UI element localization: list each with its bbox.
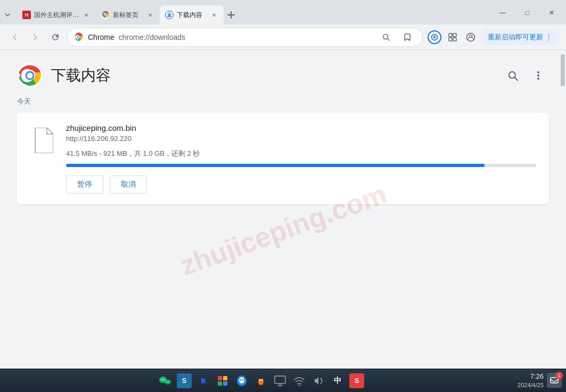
input-method-label: 中 [334,376,341,386]
tab3-close-btn[interactable]: ✕ [210,11,218,19]
download-progress-circle [428,30,441,44]
tab-downloads[interactable]: 下载内容 ✕ [160,5,224,24]
titlebar: H 国外主机测评… ✕ 新标签页 ✕ [0,0,566,24]
back-button[interactable] [6,29,23,46]
address-bar[interactable]: Chrome chrome://downloads [67,28,423,47]
svg-point-25 [537,74,539,77]
tab-expand-btn[interactable] [0,7,15,22]
taskbar-notification-button[interactable]: 1 [547,373,562,388]
svg-line-11 [388,38,390,40]
page-title-area: 下载内容 [17,63,111,88]
update-browser-button[interactable]: 重新启动即可更新 ⋮ [480,29,560,45]
scrollbar-thumb[interactable] [561,54,565,86]
sogou-label: S [182,377,187,385]
taskbar-bluetooth-icon[interactable] [196,373,211,388]
page-header: 下载内容 [0,50,566,97]
svg-rect-16 [453,38,456,41]
tab3-title: 下载内容 [177,11,207,20]
maximize-button[interactable]: □ [515,4,539,21]
taskbar-date-text: 2024/4/25 [518,381,544,389]
svg-rect-45 [275,376,285,383]
more-options-button[interactable] [528,65,549,86]
cancel-button[interactable]: 取消 [110,176,147,194]
chrome-logo-icon [74,32,84,42]
tab1-close-btn[interactable]: ✕ [82,11,91,19]
svg-point-32 [168,381,169,382]
svg-line-23 [515,78,518,81]
svg-point-28 [161,379,163,380]
new-tab-button[interactable] [224,7,239,22]
search-downloads-button[interactable] [502,65,523,86]
taskbar-qq-icon[interactable] [234,373,249,388]
taskbar-icons: S 中 [4,373,518,388]
progress-bar-fill [66,164,485,167]
tab-foreign-host[interactable]: H 国外主机测评… ✕ [17,5,96,24]
profile-button[interactable] [462,29,479,46]
tab-newtab[interactable]: 新标签页 ✕ [96,5,160,24]
toolbar: Chrome chrome://downloads 重新 [0,24,566,50]
tab2-title: 新标签页 [113,11,143,20]
svg-rect-36 [223,381,227,386]
download-filename: zhujiceping.com.bin [66,123,536,132]
taskbar-sogou-icon[interactable]: S [177,373,192,388]
svg-point-24 [537,71,539,73]
address-site-name: Chrome [88,33,114,41]
taskbar-volume-icon[interactable] [311,373,326,388]
svg-rect-13 [449,34,452,37]
page-body: zhujiceping.com 今天 zhujiceping.com.bin h… [0,97,566,369]
taskbar-penguin-icon[interactable] [253,373,268,388]
svg-rect-33 [218,376,222,380]
taskbar-monitor-icon[interactable] [273,373,288,388]
sogou2-label: S [355,377,359,385]
window-controls: — □ ✕ [490,4,566,24]
taskbar-time-text: 7:26 [518,372,544,381]
download-status: 41.5 MB/s - 921 MB，共 1.0 GB，还剩 2 秒 [66,149,536,159]
svg-point-48 [299,385,300,386]
page-content: 下载内容 zhujiceping.com 今天 [0,50,566,369]
chrome-logo-large [17,63,43,88]
minimize-button[interactable]: — [490,4,515,21]
taskbar-wechat-icon[interactable] [158,373,173,388]
page-title: 下载内容 [51,65,111,86]
extensions-button[interactable] [444,29,461,46]
tab1-favicon: H [22,11,31,19]
svg-point-21 [27,73,33,79]
tab3-favicon [165,11,174,19]
tab1-title: 国外主机测评… [34,11,79,20]
today-label: 今天 [17,97,549,106]
taskbar-wifi-icon[interactable] [292,373,307,388]
taskbar-color-icon[interactable] [215,373,230,388]
download-card: zhujiceping.com.bin http://116.206.92.22… [17,113,549,204]
tab2-close-btn[interactable]: ✕ [146,11,154,19]
bookmark-button[interactable] [399,29,416,46]
taskbar-input-method-icon[interactable]: 中 [330,373,345,388]
progress-bar-container [66,164,536,167]
taskbar-datetime: 7:26 2024/4/25 [518,372,544,390]
notification-badge: 1 [555,372,563,379]
pause-button[interactable]: 暂停 [66,176,103,194]
svg-point-40 [242,379,244,380]
download-info: zhujiceping.com.bin http://116.206.92.22… [66,123,536,194]
svg-point-44 [261,379,263,380]
update-btn-label: 重新启动即可更新 [488,32,543,42]
svg-point-29 [163,379,165,380]
svg-point-43 [259,379,260,380]
refresh-button[interactable] [47,29,64,46]
menu-more-icon: ⋮ [545,33,552,41]
svg-point-38 [239,377,244,383]
download-actions: 暂停 取消 [66,176,536,194]
search-page-button[interactable] [378,29,395,46]
taskbar: S 中 [0,369,566,392]
forward-button[interactable] [27,29,44,46]
taskbar-right: 7:26 2024/4/25 1 [518,372,562,390]
taskbar-sogou2-icon[interactable]: S [349,373,364,388]
svg-point-2 [105,14,106,16]
close-button[interactable]: ✕ [539,4,564,21]
download-url: http://116.206.92.220 [66,135,536,143]
svg-rect-15 [449,38,452,41]
svg-rect-35 [218,381,222,386]
downloads-button[interactable] [426,29,443,46]
svg-point-26 [537,78,539,80]
svg-rect-34 [223,376,227,380]
svg-point-39 [240,379,242,380]
